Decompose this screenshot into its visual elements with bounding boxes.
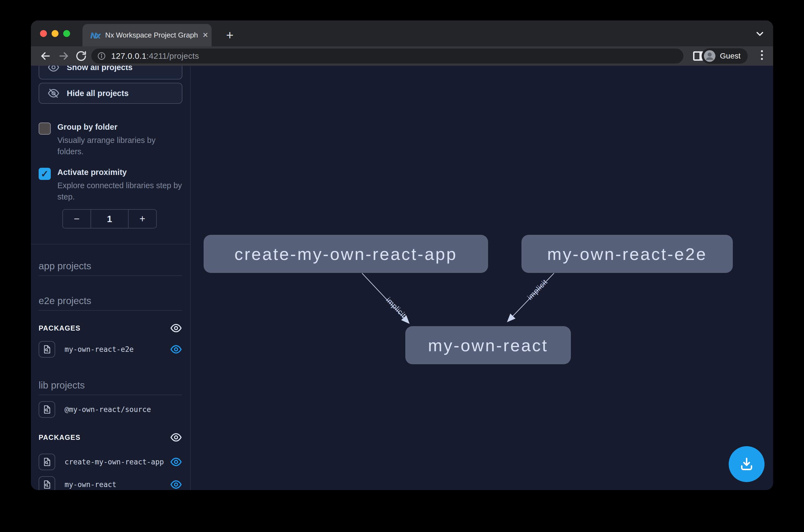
proximity-value: 1 — [91, 210, 129, 228]
group-by-folder-description: Visually arrange libraries by folders. — [57, 135, 183, 157]
e2e-projects-heading: e2e projects — [39, 295, 183, 311]
browser-window: Nx Nx Workspace Project Graph ✕ + 127.0.… — [31, 20, 773, 490]
graph-node-my-own-react-e2e[interactable]: my-own-react-e2e — [521, 235, 733, 273]
packages-title: PACKAGES — [39, 324, 80, 332]
navigation-bar: 127.0.0.1:4211/projects Guest — [31, 46, 773, 66]
project-list-item: my-own-react-e2e — [39, 341, 183, 358]
project-visibility-eye-icon[interactable] — [170, 343, 183, 356]
url-text: 127.0.0.1:4211/projects — [111, 51, 199, 61]
project-name: @my-own-react/source — [64, 405, 183, 414]
page-content: Show all projects Hide all projects Grou… — [31, 66, 773, 490]
proximity-increment-button[interactable]: + — [129, 210, 156, 228]
nx-favicon-icon: Nx — [90, 31, 100, 40]
hide-all-projects-button[interactable]: Hide all projects — [39, 83, 183, 104]
browser-tab[interactable]: Nx Nx Workspace Project Graph ✕ — [82, 24, 212, 46]
project-graph-canvas[interactable]: implicit implicit create-my-own-react-ap… — [191, 66, 773, 490]
site-info-icon[interactable] — [97, 51, 106, 61]
download-icon — [738, 456, 755, 473]
download-graph-button[interactable] — [729, 446, 765, 482]
profile-chip[interactable]: Guest — [702, 48, 748, 64]
project-name: my-own-react-e2e — [64, 345, 170, 354]
url-host: 127.0.0.1 — [111, 51, 147, 60]
group-by-folder-label: Group by folder — [57, 122, 183, 132]
sidebar-divider — [31, 244, 190, 245]
profile-label: Guest — [720, 52, 741, 60]
forward-button[interactable] — [57, 50, 70, 62]
project-list-item: create-my-own-react-app — [39, 454, 183, 470]
proximity-stepper: − 1 + — [62, 209, 157, 228]
file-search-icon[interactable] — [39, 341, 55, 358]
graph-node-create-my-own-react-app[interactable]: create-my-own-react-app — [204, 235, 488, 273]
avatar-icon — [704, 50, 715, 62]
zoom-window-button[interactable] — [63, 30, 70, 37]
project-list-item: my-own-react — [39, 476, 183, 490]
packages-toggle-eye-icon[interactable] — [170, 431, 183, 444]
url-bar[interactable]: 127.0.0.1:4211/projects — [91, 49, 684, 63]
project-visibility-eye-icon[interactable] — [170, 478, 183, 490]
checkmark-icon: ✓ — [41, 168, 49, 179]
project-name: my-own-react — [64, 480, 170, 489]
hide-all-projects-label: Hide all projects — [67, 89, 129, 98]
packages-toggle-eye-icon[interactable] — [170, 322, 183, 335]
show-all-projects-button[interactable]: Show all projects — [39, 66, 183, 79]
reload-button[interactable] — [75, 50, 87, 62]
tab-title: Nx Workspace Project Graph — [105, 31, 198, 39]
show-all-projects-label: Show all projects — [67, 66, 133, 72]
activate-proximity-option: ✓ Activate proximity Explore connected l… — [39, 167, 183, 203]
traffic-lights — [40, 30, 70, 37]
packages-section-header: PACKAGES — [39, 431, 183, 444]
tab-close-icon[interactable]: ✕ — [203, 31, 209, 39]
browser-menu-button[interactable] — [760, 50, 764, 60]
project-name: create-my-own-react-app — [64, 458, 170, 466]
proximity-decrement-button[interactable]: − — [63, 210, 91, 228]
group-by-folder-option: Group by folder Visually arrange librari… — [39, 122, 183, 157]
packages-section-header: PACKAGES — [39, 322, 183, 335]
packages-title: PACKAGES — [39, 434, 80, 441]
tab-strip: Nx Nx Workspace Project Graph ✕ + — [31, 20, 773, 46]
new-tab-button[interactable]: + — [221, 26, 238, 43]
group-by-folder-checkbox[interactable] — [39, 122, 51, 135]
activate-proximity-label: Activate proximity — [57, 167, 183, 178]
file-search-icon[interactable] — [39, 454, 55, 470]
file-search-icon[interactable] — [39, 476, 55, 490]
eye-off-icon — [47, 87, 60, 99]
minimize-window-button[interactable] — [52, 30, 58, 37]
eye-icon — [47, 66, 60, 73]
app-projects-heading: app projects — [39, 261, 183, 276]
url-path: :4211/projects — [147, 51, 199, 60]
file-search-icon[interactable] — [39, 401, 55, 418]
sidebar: Show all projects Hide all projects Grou… — [31, 66, 191, 490]
activate-proximity-description: Explore connected libraries step by step… — [57, 180, 183, 203]
chevron-down-icon[interactable] — [754, 28, 765, 40]
close-window-button[interactable] — [40, 30, 47, 37]
graph-node-my-own-react[interactable]: my-own-react — [405, 326, 571, 364]
back-button[interactable] — [39, 50, 52, 62]
project-visibility-eye-icon[interactable] — [170, 456, 183, 468]
lib-projects-heading: lib projects — [39, 380, 183, 395]
activate-proximity-checkbox[interactable]: ✓ — [39, 168, 51, 180]
project-list-item: @my-own-react/source — [39, 401, 183, 418]
graph-edges — [191, 66, 773, 490]
